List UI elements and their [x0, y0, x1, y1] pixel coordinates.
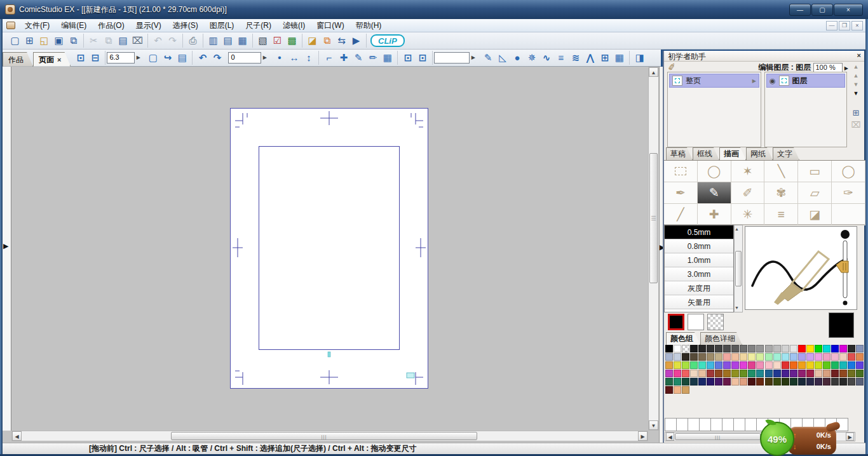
- palette-swatch-r4-c15[interactable]: [782, 370, 789, 377]
- palette-swatch-r4-c5[interactable]: [698, 370, 706, 377]
- palette-swatch-r3-c12[interactable]: [756, 361, 764, 369]
- move-tool[interactable]: ✚: [698, 204, 731, 225]
- pen-size-option-2[interactable]: 0.8mm: [665, 239, 733, 253]
- tool-tab-4[interactable]: 网纸: [746, 147, 773, 160]
- palette-swatch-r2-c13[interactable]: [765, 353, 773, 361]
- color-tab-2[interactable]: 颜色详细: [700, 332, 742, 345]
- palette-swatch-r4-c16[interactable]: [790, 370, 797, 377]
- grid-icon[interactable]: ▦: [612, 51, 627, 65]
- menu-item-4[interactable]: 显示(V): [130, 19, 167, 32]
- palette-swatch-r2-c6[interactable]: [707, 353, 714, 361]
- new-layer-icon[interactable]: ⊞: [853, 108, 860, 117]
- palette-swatch-r1-c6[interactable]: [707, 345, 714, 352]
- palette-swatch-r1-c3[interactable]: [682, 345, 689, 352]
- palette-swatch-r5-c20[interactable]: [823, 378, 831, 386]
- swatch-cell-1[interactable]: [665, 418, 677, 431]
- french-curve-icon[interactable]: ∿: [539, 51, 553, 65]
- tone-tool[interactable]: ◪: [798, 204, 832, 225]
- story-palette-icon[interactable]: ▤: [220, 34, 235, 48]
- palette-swatch-r4-c23[interactable]: [848, 370, 855, 377]
- palette-swatch-r4-c14[interactable]: [773, 370, 781, 377]
- palette-swatch-r2-c7[interactable]: [715, 353, 722, 361]
- properties-icon[interactable]: ☑: [270, 34, 285, 48]
- palette-swatch-r6-c1[interactable]: [665, 386, 673, 394]
- palette-swatch-r3-c19[interactable]: [815, 361, 822, 369]
- rotate-ccw-icon[interactable]: ↶: [195, 51, 210, 65]
- fit-width-icon[interactable]: ↔: [287, 51, 301, 65]
- palette-swatch-r2-c17[interactable]: [798, 353, 806, 361]
- pencil-tool[interactable]: ✎: [698, 182, 731, 204]
- speed-lines-tool[interactable]: ≡: [764, 204, 798, 225]
- palette-swatch-r5-c13[interactable]: [765, 378, 773, 386]
- new-page-icon[interactable]: ▢: [8, 34, 22, 48]
- mdi-close-button[interactable]: ×: [851, 21, 863, 30]
- title-bar[interactable]: ComicStudio EX - [[新建作品 - 1页] (21.00 * 2…: [0, 0, 868, 19]
- canvas-area[interactable]: [11, 67, 648, 431]
- palette-swatch-r3-c10[interactable]: [740, 361, 747, 369]
- palette-swatch-r2-c19[interactable]: [815, 353, 822, 361]
- swatch-cell-8[interactable]: [745, 418, 757, 431]
- palette-swatch-r2-c20[interactable]: [823, 353, 831, 361]
- palette-swatch-r1-c7[interactable]: [715, 345, 722, 352]
- minimize-button[interactable]: —: [789, 4, 811, 16]
- palette-swatch-r1-c2[interactable]: [674, 345, 681, 352]
- ruler-curve-icon[interactable]: ✏: [365, 51, 380, 65]
- palette-swatch-r2-c5[interactable]: [698, 353, 706, 361]
- palette-swatch-r3-c4[interactable]: [690, 361, 698, 369]
- palette-swatch-r1-c10[interactable]: [740, 345, 747, 352]
- perspective-ruler-icon[interactable]: ⋀: [583, 51, 597, 65]
- palette-swatch-r3-c8[interactable]: [723, 361, 731, 369]
- menu-item-9[interactable]: 窗口(W): [311, 19, 349, 32]
- tab-close-icon[interactable]: ×: [57, 56, 61, 64]
- delete-icon[interactable]: ⌧: [130, 34, 145, 48]
- palette-swatch-r4-c22[interactable]: [839, 370, 847, 377]
- undo-icon[interactable]: ↶: [151, 34, 165, 48]
- print-icon[interactable]: ⎙: [186, 34, 200, 48]
- palette-swatch-r4-c3[interactable]: [682, 370, 689, 377]
- palette-swatch-r5-c17[interactable]: [798, 378, 806, 386]
- palette-swatch-r2-c3[interactable]: [682, 353, 689, 361]
- mdi-restore-button[interactable]: ❐: [839, 21, 850, 30]
- palette-swatch-r1-c16[interactable]: [790, 345, 797, 352]
- palette-swatch-r3-c13[interactable]: [765, 361, 773, 369]
- palette-swatch-r1-c19[interactable]: [815, 345, 822, 352]
- palette-swatch-r1-c14[interactable]: [773, 345, 781, 352]
- palette-swatch-r5-c14[interactable]: [773, 378, 781, 386]
- select-grid-icon[interactable]: ▦: [380, 51, 395, 65]
- angle-expand-icon[interactable]: ▶: [261, 52, 268, 64]
- palette-swatch-r2-c15[interactable]: [782, 353, 789, 361]
- palette-swatch-r4-c24[interactable]: [856, 370, 864, 377]
- palette-swatch-r2-c16[interactable]: [790, 353, 797, 361]
- zoom-input[interactable]: 6.3: [107, 52, 135, 64]
- palette-swatch-r2-c24[interactable]: [856, 353, 864, 361]
- layers-list[interactable]: ◉ 图层: [764, 72, 847, 147]
- sync-icon[interactable]: ⇆: [334, 34, 349, 48]
- rotate-cw-icon[interactable]: ↷: [210, 51, 224, 65]
- zoom-expand-icon[interactable]: ▶: [135, 52, 142, 64]
- page-palette-icon[interactable]: ▥: [206, 34, 220, 48]
- copy-icon[interactable]: ⧉: [101, 34, 116, 48]
- opacity-expand-icon[interactable]: ▶: [844, 65, 848, 71]
- actions-icon[interactable]: ▶: [349, 34, 363, 48]
- palette-swatch-r4-c12[interactable]: [756, 370, 764, 377]
- palette-swatch-r3-c23[interactable]: [848, 361, 855, 369]
- opacity-input[interactable]: 100 %: [813, 63, 843, 72]
- palette-swatch-r4-c18[interactable]: [806, 370, 814, 377]
- tool-dropdown-input[interactable]: [434, 52, 470, 64]
- palette-swatch-r2-c14[interactable]: [773, 353, 781, 361]
- memo-icon[interactable]: ▤: [175, 51, 189, 65]
- line-tool[interactable]: ╲: [764, 161, 798, 182]
- menu-item-10[interactable]: 帮助(H): [350, 19, 388, 32]
- palette-swatch-r5-c24[interactable]: [856, 378, 864, 386]
- hide-panel-button[interactable]: ◨: [632, 51, 647, 65]
- palette-swatch-r2-c1[interactable]: [665, 353, 673, 361]
- palette-swatch-r4-c4[interactable]: [690, 370, 698, 377]
- ink-tool[interactable]: ✑: [832, 182, 865, 204]
- palette-swatch-r5-c16[interactable]: [790, 378, 797, 386]
- page-manager-icon[interactable]: ▦: [235, 34, 250, 48]
- vertical-scroll-thumb[interactable]: |||: [649, 153, 658, 283]
- paste-icon[interactable]: ▤: [116, 34, 130, 48]
- left-toggle-icon[interactable]: ▶: [3, 242, 8, 250]
- marker-tool[interactable]: ✐: [731, 182, 765, 204]
- palette-swatch-r5-c19[interactable]: [815, 378, 822, 386]
